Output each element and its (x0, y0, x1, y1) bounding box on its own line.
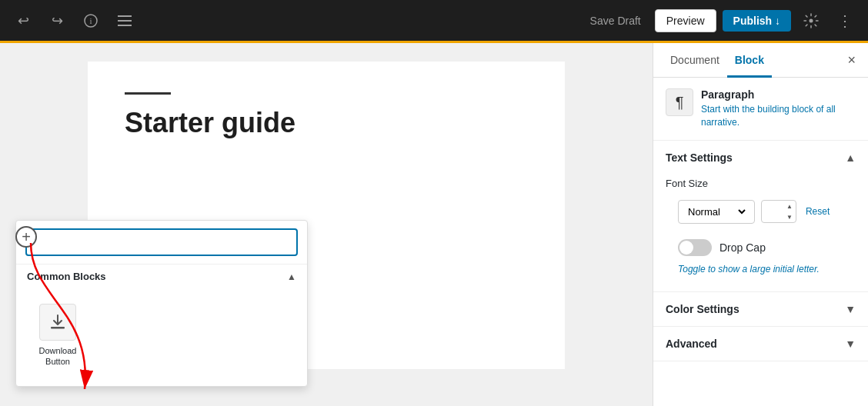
advanced-section: Advanced ▼ (653, 327, 868, 361)
paragraph-icon: ¶ (666, 88, 693, 116)
publish-button[interactable]: Publish ↓ (723, 10, 791, 32)
inserter-items-list: Download Button (16, 288, 307, 386)
tab-document[interactable]: Document (663, 43, 727, 78)
redo-button[interactable]: ↪ (43, 7, 71, 35)
settings-button[interactable] (797, 7, 825, 35)
drop-cap-row: Drop Cap (666, 231, 856, 264)
undo-button[interactable]: ↩ (9, 7, 37, 35)
color-settings-header[interactable]: Color Settings ▼ (653, 292, 868, 326)
svg-rect-3 (118, 20, 132, 22)
font-size-numeric-value (762, 208, 783, 215)
advanced-label: Advanced (666, 338, 717, 350)
list-view-button[interactable] (111, 7, 139, 35)
color-settings-label: Color Settings (666, 303, 739, 315)
layout: + down Common Blocks ▲ Download B (0, 43, 868, 406)
font-size-row: Small Normal Medium Large Huge ▲ ▼ (666, 192, 856, 231)
svg-rect-2 (118, 15, 132, 17)
font-size-label: Font Size (666, 178, 856, 189)
topbar-right: Save Draft Preview Publish ↓ ⋮ (583, 7, 859, 35)
more-options-button[interactable]: ⋮ (831, 7, 859, 35)
chevron-up-icon: ▲ (287, 271, 296, 282)
font-size-dropdown[interactable]: Small Normal Medium Large Huge (685, 205, 748, 218)
svg-text:i: i (89, 16, 92, 25)
paragraph-desc: Start with the building block of all nar… (701, 103, 856, 129)
topbar: ↩ ↪ i Save Draft Preview Publish ↓ ⋮ (0, 0, 868, 43)
common-blocks-label: Common Blocks (27, 271, 106, 282)
font-size-reset-button[interactable]: Reset (803, 203, 833, 220)
download-button-label: Download Button (33, 345, 82, 368)
chevron-down-icon: ▼ (845, 303, 856, 315)
paragraph-header: ¶ Paragraph Start with the building bloc… (666, 88, 856, 129)
font-size-increment-button[interactable]: ▲ (783, 201, 796, 211)
text-settings-header[interactable]: Text Settings ▲ (653, 141, 868, 175)
drop-cap-hint: Toggle to show a large initial letter. (666, 264, 856, 282)
chevron-up-icon: ▲ (845, 151, 856, 164)
paragraph-info: Paragraph Start with the building block … (701, 88, 856, 129)
advanced-header[interactable]: Advanced ▼ (653, 327, 868, 361)
paragraph-section: ¶ Paragraph Start with the building bloc… (653, 78, 868, 141)
block-inserter-popup: down Common Blocks ▲ Download Button (15, 220, 308, 387)
add-block-button[interactable]: + (15, 226, 37, 248)
tab-block[interactable]: Block (727, 43, 772, 78)
svg-rect-6 (51, 327, 65, 329)
sidebar-tabs: Document Block × (653, 43, 868, 78)
preview-button[interactable]: Preview (655, 9, 716, 32)
common-blocks-header[interactable]: Common Blocks ▲ (16, 264, 307, 288)
text-settings-section: Text Settings ▲ Font Size Small Normal M… (653, 141, 868, 292)
download-button-icon (39, 304, 76, 341)
chevron-down-icon-advanced: ▼ (845, 338, 856, 350)
sidebar: Document Block × ¶ Paragraph Start with … (653, 43, 868, 406)
font-size-area: Font Size Small Normal Medium Large Huge (653, 175, 868, 291)
sidebar-close-button[interactable]: × (844, 49, 859, 72)
svg-point-5 (810, 18, 813, 22)
page-title[interactable]: Starter guide (125, 107, 528, 139)
save-draft-button[interactable]: Save Draft (583, 10, 649, 32)
toggle-knob (679, 241, 693, 255)
title-line-decoration (125, 92, 171, 95)
inserter-search-container: down (16, 221, 307, 264)
text-settings-label: Text Settings (666, 151, 733, 164)
font-size-number-input: ▲ ▼ (761, 200, 796, 223)
topbar-left: ↩ ↪ i (9, 7, 139, 35)
editor-area: + down Common Blocks ▲ Download B (0, 43, 653, 406)
font-size-decrement-button[interactable]: ▼ (783, 211, 796, 222)
info-button[interactable]: i (77, 7, 105, 35)
block-search-input[interactable]: down (25, 228, 298, 256)
font-size-spinners: ▲ ▼ (783, 201, 796, 222)
drop-cap-label: Drop Cap (719, 241, 766, 254)
font-size-select-wrapper[interactable]: Small Normal Medium Large Huge (678, 200, 755, 224)
svg-rect-4 (118, 25, 132, 26)
paragraph-title: Paragraph (701, 88, 856, 101)
color-settings-section: Color Settings ▼ (653, 292, 868, 327)
list-item[interactable]: Download Button (27, 298, 88, 374)
drop-cap-toggle[interactable] (678, 239, 712, 256)
